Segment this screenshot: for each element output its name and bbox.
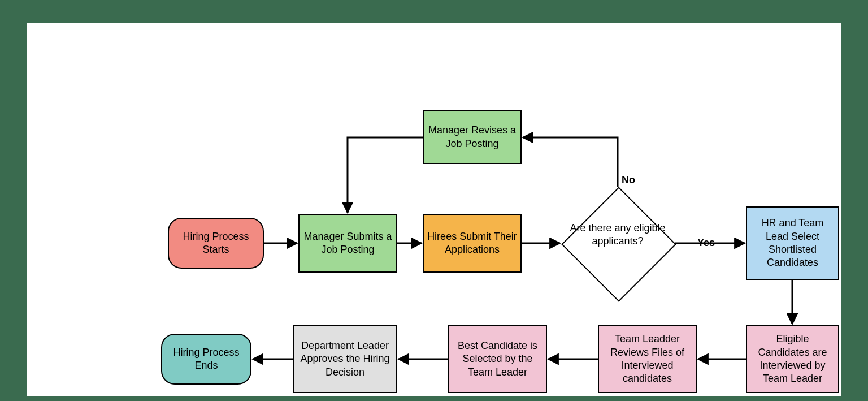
node-revise-label: Manager Revises a Job Posting [427,124,517,150]
node-end-label: Hiring Process Ends [166,346,247,373]
node-approve-label: Department Leader Approves the Hiring De… [297,339,393,379]
node-shortlist: HR and Team Lead Select Shortlisted Cand… [746,206,839,280]
node-review-label: Team Leadder Reviews Files of Interviewe… [602,333,692,386]
node-start-label: Hiring Process Starts [172,230,259,257]
node-review: Team Leadder Reviews Files of Interviewe… [598,325,697,393]
node-end: Hiring Process Ends [161,334,251,385]
node-interview: Eligible Candidates are Interviewed by T… [746,325,839,393]
node-revise: Manager Revises a Job Posting [423,110,522,164]
node-decision-label: Are there any eligible applicants? [567,222,669,248]
arrows-layer [27,23,841,396]
node-submit: Manager Submits a Job Posting [298,214,397,273]
edge-label-no: No [622,174,635,186]
node-hirees-label: Hirees Submit Their Applications [427,230,517,257]
node-submit-label: Manager Submits a Job Posting [303,230,393,257]
node-shortlist-label: HR and Team Lead Select Shortlisted Cand… [750,217,835,270]
node-best: Best Candidate is Selected by the Team L… [448,325,547,393]
node-best-label: Best Candidate is Selected by the Team L… [453,339,542,379]
node-approve: Department Leader Approves the Hiring De… [293,325,397,393]
edge-label-yes: Yes [697,237,715,249]
flowchart-canvas: Hiring Process Starts Manager Submits a … [27,23,841,396]
node-hirees: Hirees Submit Their Applications [423,214,522,273]
node-start: Hiring Process Starts [168,218,264,269]
node-interview-label: Eligible Candidates are Interviewed by T… [750,333,835,386]
